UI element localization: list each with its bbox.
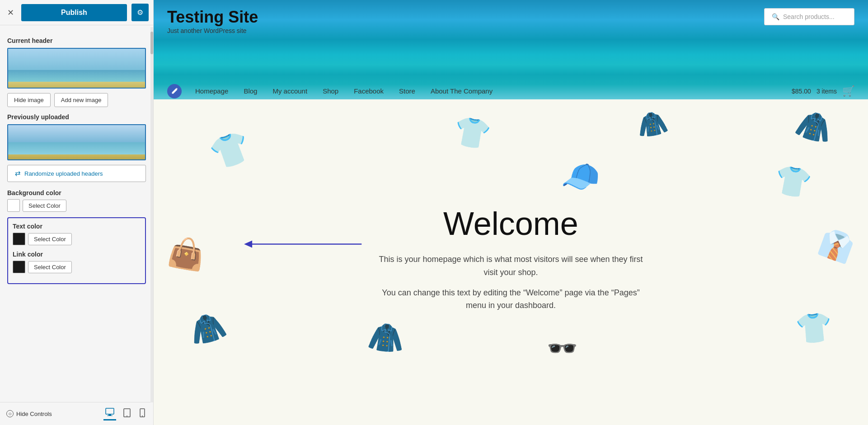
cart-area: $85.00 3 items 🛒 <box>792 85 854 97</box>
link-color-select-button[interactable]: Select Color <box>28 261 72 273</box>
gear-button[interactable]: ⚙ <box>131 4 149 21</box>
header-content-row: Testing Site Just another WordPress site… <box>154 0 868 34</box>
preview-sand <box>8 82 145 88</box>
image-action-buttons: Hide image Add new image <box>7 93 146 107</box>
site-title-block: Testing Site Just another WordPress site <box>167 8 258 34</box>
background-color-select-button[interactable]: Select Color <box>23 200 66 212</box>
site-tagline: Just another WordPress site <box>167 27 258 34</box>
current-header-label: Current header <box>7 37 146 44</box>
hide-image-button[interactable]: Hide image <box>7 93 51 107</box>
background-color-swatch[interactable] <box>7 199 20 212</box>
site-header: Testing Site Just another WordPress site… <box>154 0 868 99</box>
clothing-jacket-2: 👔 <box>816 225 859 266</box>
clothing-shirt-4: 👕 <box>794 309 834 347</box>
clothing-sunglasses: 🕶️ <box>547 334 578 363</box>
preview-sea <box>8 70 145 82</box>
clothing-hoodie: 🧥 <box>366 319 406 357</box>
previously-uploaded-label: Previously uploaded <box>7 113 146 121</box>
desktop-icon-button[interactable] <box>103 407 116 420</box>
welcome-title: Welcome <box>443 205 578 242</box>
randomize-label: Randomize uploaded headers <box>24 170 103 177</box>
nav-store[interactable]: Store <box>393 83 422 99</box>
nav-row: Homepage Blog My account Shop Facebook S… <box>154 83 868 99</box>
text-color-select-button[interactable]: Select Color <box>28 233 72 245</box>
clothing-cap: 🧢 <box>561 158 600 195</box>
clothing-polo: 👕 <box>772 162 814 202</box>
sidebar-content: Current header Hide image Add new image … <box>0 25 153 402</box>
nav-homepage[interactable]: Homepage <box>189 83 235 99</box>
sidebar-top-bar: ✕ Publish ⚙ <box>0 0 153 25</box>
sidebar-bottom: ○ Hide Controls <box>0 402 153 425</box>
link-color-row: Select Color <box>13 261 141 273</box>
clothing-jacket-3: 🧥 <box>634 107 670 141</box>
hide-controls-label: Hide Controls <box>16 411 52 417</box>
device-icon-group <box>103 407 147 420</box>
preview-sky <box>8 49 145 70</box>
tablet-icon <box>123 408 131 417</box>
current-header-preview <box>7 48 146 89</box>
clothing-bag: 👜 <box>165 233 207 273</box>
prev-sky <box>8 125 145 142</box>
svg-rect-1 <box>108 414 111 416</box>
svg-marker-8 <box>244 240 252 248</box>
nav-my-account[interactable]: My account <box>266 83 314 99</box>
nav-facebook[interactable]: Facebook <box>347 83 390 99</box>
publish-button[interactable]: Publish <box>21 4 127 21</box>
search-placeholder: Search products... <box>783 13 835 20</box>
previously-uploaded-preview <box>7 124 146 160</box>
close-button[interactable]: ✕ <box>5 6 17 19</box>
tablet-icon-button[interactable] <box>122 407 132 420</box>
main-content: Testing Site Just another WordPress site… <box>154 0 868 425</box>
prev-sea <box>8 142 145 154</box>
link-color-label: Link color <box>13 251 141 258</box>
cart-items: 3 items <box>816 88 837 95</box>
background-color-label: Background color <box>7 189 146 196</box>
mobile-icon <box>140 408 145 417</box>
clothing-shirt-2: 👕 <box>451 113 493 153</box>
welcome-desc-1: This is your homepage which is what most… <box>375 253 647 279</box>
link-color-swatch[interactable] <box>13 261 25 273</box>
hide-controls-button[interactable]: ○ Hide Controls <box>6 410 52 417</box>
pencil-icon <box>171 88 178 95</box>
svg-rect-0 <box>106 408 114 414</box>
text-color-label: Text color <box>13 223 141 230</box>
background-color-row: Select Color <box>7 199 146 212</box>
text-color-section: Text color Select Color Link color Selec… <box>7 217 146 284</box>
mobile-icon-button[interactable] <box>138 407 147 420</box>
svg-rect-2 <box>107 416 113 416</box>
sidebar-scrollbar-thumb[interactable] <box>150 32 153 54</box>
sidebar: ✕ Publish ⚙ Current header Hide image Ad… <box>0 0 154 425</box>
circle-icon: ○ <box>6 410 14 417</box>
clothing-jacket-1: 🧥 <box>792 105 836 147</box>
svg-point-6 <box>142 416 143 416</box>
randomize-icon: ⇄ <box>15 169 21 177</box>
site-title: Testing Site <box>167 8 258 26</box>
cart-icon[interactable]: 🛒 <box>842 85 854 97</box>
nav-shop[interactable]: Shop <box>316 83 345 99</box>
prev-sand <box>8 154 145 159</box>
nav-about-company[interactable]: About The Company <box>424 83 499 99</box>
search-box[interactable]: 🔍 Search products... <box>764 8 854 25</box>
cart-price: $85.00 <box>792 88 811 95</box>
nav-blog[interactable]: Blog <box>237 83 263 99</box>
randomize-button[interactable]: ⇄ Randomize uploaded headers <box>7 165 146 182</box>
welcome-area: 👕 👕 🧥 🧢 🧥 👕 🧥 🕶️ 👕 👔 🧥 👜 Welcome This is… <box>154 99 868 425</box>
sidebar-scrollbar-track <box>150 27 153 402</box>
clothing-shirt-1: 👕 <box>206 126 255 175</box>
text-color-swatch[interactable] <box>13 233 25 245</box>
svg-point-4 <box>127 416 127 416</box>
search-icon: 🔍 <box>772 13 779 20</box>
desktop-icon <box>105 408 114 416</box>
edit-pencil-button[interactable] <box>167 84 182 98</box>
text-color-row: Select Color <box>13 233 141 245</box>
welcome-desc-2: You can change this text by editing the … <box>375 286 647 313</box>
clothing-shirt-3: 🧥 <box>186 307 230 349</box>
add-new-image-button[interactable]: Add new image <box>54 93 108 107</box>
